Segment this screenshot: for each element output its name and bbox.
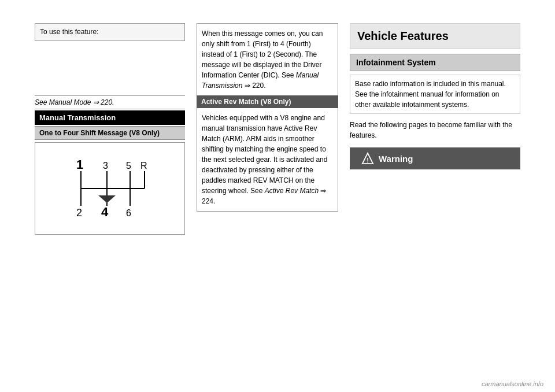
middle-column: When this message comes on, you can only… bbox=[191, 23, 344, 380]
shift-diagram-box: 1 2 3 4 5 6 R bbox=[35, 142, 185, 235]
manual-mode-arrow: ⇒ bbox=[91, 98, 101, 106]
manual-mode-page: 220. bbox=[101, 98, 114, 106]
svg-text:6: 6 bbox=[126, 208, 131, 218]
svg-marker-12 bbox=[98, 195, 116, 203]
left-spacer bbox=[35, 43, 185, 95]
left-column: To use this feature: See Manual Mode ⇒ 2… bbox=[35, 23, 191, 380]
active-rev-text-box: Vehicles equipped with a V8 engine and m… bbox=[197, 108, 338, 212]
active-rev-arrow: ⇒ bbox=[319, 187, 326, 195]
active-rev-text: Vehicles equipped with a V8 engine and m… bbox=[202, 114, 327, 195]
infotainment-header: Infotainment System bbox=[350, 54, 520, 71]
svg-text:R: R bbox=[140, 161, 147, 171]
info-text-2: Read the following pages to become famil… bbox=[350, 119, 520, 142]
message-arrow: ⇒ bbox=[242, 82, 252, 90]
message-page: 220. bbox=[252, 82, 265, 90]
vehicle-features-title: Vehicle Features bbox=[350, 23, 520, 49]
manual-mode-see: See bbox=[35, 98, 49, 106]
manual-mode-link[interactable]: See Manual Mode ⇒ 220. bbox=[35, 95, 185, 109]
page-container: To use this feature: See Manual Mode ⇒ 2… bbox=[0, 0, 555, 392]
one-to-four-header: One to Four Shift Message (V8 Only) bbox=[35, 126, 185, 140]
active-rev-link[interactable]: Active Rev Match bbox=[265, 187, 319, 195]
svg-text:5: 5 bbox=[126, 161, 131, 171]
warning-label: Warning bbox=[379, 154, 413, 164]
warning-triangle-icon: ! bbox=[361, 152, 374, 165]
info-text-1: Base radio information is included in th… bbox=[350, 75, 520, 114]
svg-text:2: 2 bbox=[76, 207, 82, 219]
svg-text:4: 4 bbox=[101, 205, 109, 219]
shift-pattern-diagram: 1 2 3 4 5 6 R bbox=[64, 154, 156, 223]
manual-transmission-header: Manual Transmission bbox=[35, 110, 185, 125]
manual-mode-italic[interactable]: Manual Mode bbox=[49, 98, 91, 106]
use-feature-label: To use this feature: bbox=[40, 28, 98, 36]
active-rev-page: 224. bbox=[202, 197, 215, 205]
svg-text:!: ! bbox=[367, 157, 369, 164]
warning-box: ! Warning bbox=[350, 147, 520, 169]
content-area: To use this feature: See Manual Mode ⇒ 2… bbox=[0, 0, 555, 392]
use-feature-box: To use this feature: bbox=[35, 23, 185, 41]
active-rev-header: Active Rev Match (V8 Only) bbox=[197, 95, 338, 108]
right-column: Vehicle Features Infotainment System Bas… bbox=[344, 23, 520, 380]
svg-text:1: 1 bbox=[76, 157, 83, 172]
message-text-box: When this message comes on, you can only… bbox=[197, 23, 338, 95]
svg-text:3: 3 bbox=[103, 161, 108, 171]
watermark: carmanualsonline.info bbox=[482, 380, 543, 387]
